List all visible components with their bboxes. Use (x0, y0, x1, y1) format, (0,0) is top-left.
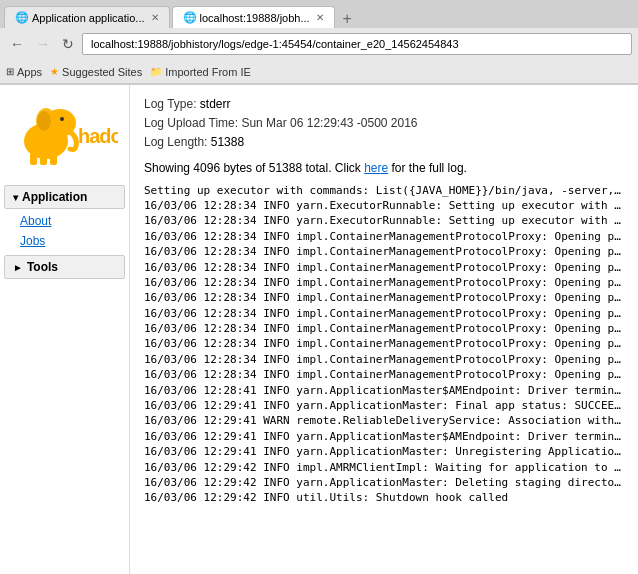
svg-text:hadoop: hadoop (78, 125, 118, 147)
log-length-row: Log Length: 51388 (144, 133, 624, 152)
log-line: 16/03/06 12:28:41 INFO yarn.ApplicationM… (144, 383, 624, 398)
sidebar-tools-label: Tools (27, 260, 58, 274)
bookmark-suggested[interactable]: ★ Suggested Sites (50, 66, 142, 78)
tab-2-label: localhost:19888/jobh... (200, 12, 310, 24)
reload-button[interactable]: ↻ (58, 34, 78, 54)
log-line: Setting up executor with commands: List(… (144, 183, 624, 198)
sidebar-link-about[interactable]: About (0, 211, 129, 231)
log-line: 16/03/06 12:28:34 INFO impl.ContainerMan… (144, 306, 624, 321)
svg-rect-5 (30, 153, 37, 165)
sidebar: hadoop ▾ Application About Jobs ► Tools (0, 85, 130, 574)
tools-arrow-icon: ► (13, 262, 23, 273)
bookmarks-bar: ⊞ Apps ★ Suggested Sites 📁 Imported From… (0, 60, 638, 84)
suggested-icon: ★ (50, 66, 59, 77)
log-line: 16/03/06 12:28:34 INFO yarn.ExecutorRunn… (144, 213, 624, 228)
log-line: 16/03/06 12:29:41 INFO yarn.ApplicationM… (144, 429, 624, 444)
log-type-label: Log Type: (144, 97, 197, 111)
sidebar-link-jobs[interactable]: Jobs (0, 231, 129, 251)
log-line: 16/03/06 12:29:41 INFO yarn.ApplicationM… (144, 444, 624, 459)
log-line: 16/03/06 12:28:34 INFO impl.ContainerMan… (144, 367, 624, 382)
sidebar-section-application: ▾ Application About Jobs (0, 185, 129, 251)
browser-chrome: 🌐 Application applicatio... ✕ 🌐 localhos… (0, 0, 638, 85)
tab-1-icon: 🌐 (15, 11, 29, 24)
log-upload-row: Log Upload Time: Sun Mar 06 12:29:43 -05… (144, 114, 624, 133)
log-line: 16/03/06 12:28:34 INFO impl.ContainerMan… (144, 352, 624, 367)
log-type-val: stderr (200, 97, 231, 111)
folder-icon: 📁 (150, 66, 162, 77)
log-type-row: Log Type: stderr (144, 95, 624, 114)
log-length-label: Log Length: (144, 135, 207, 149)
hadoop-logo: hadoop (8, 101, 118, 166)
address-input[interactable] (82, 33, 632, 55)
sidebar-application-header[interactable]: ▾ Application (4, 185, 125, 209)
main-content: Log Type: stderr Log Upload Time: Sun Ma… (130, 85, 638, 574)
log-line: 16/03/06 12:28:34 INFO impl.ContainerMan… (144, 336, 624, 351)
bookmark-imported-label: Imported From IE (165, 66, 251, 78)
bookmark-apps[interactable]: ⊞ Apps (6, 66, 42, 78)
tab-1[interactable]: 🌐 Application applicatio... ✕ (4, 6, 170, 28)
logo-area: hadoop (0, 93, 129, 177)
back-button[interactable]: ← (6, 34, 28, 54)
tab-bar: 🌐 Application applicatio... ✕ 🌐 localhos… (0, 0, 638, 28)
tab-2[interactable]: 🌐 localhost:19888/jobh... ✕ (172, 6, 335, 28)
sidebar-tools-header[interactable]: ► Tools (4, 255, 125, 279)
log-line: 16/03/06 12:28:34 INFO impl.ContainerMan… (144, 275, 624, 290)
svg-rect-6 (40, 153, 47, 165)
tab-1-label: Application applicatio... (32, 12, 145, 24)
showing-text: Showing 4096 bytes of 51388 total. Click (144, 161, 361, 175)
log-metadata: Log Type: stderr Log Upload Time: Sun Ma… (144, 95, 624, 153)
log-line: 16/03/06 12:28:34 INFO impl.ContainerMan… (144, 244, 624, 259)
bookmark-imported[interactable]: 📁 Imported From IE (150, 66, 251, 78)
svg-rect-7 (50, 153, 57, 165)
log-line: 16/03/06 12:28:34 INFO impl.ContainerMan… (144, 321, 624, 336)
log-line: 16/03/06 12:28:34 INFO impl.ContainerMan… (144, 229, 624, 244)
log-line: 16/03/06 12:28:34 INFO impl.ContainerMan… (144, 290, 624, 305)
log-length-val: 51388 (211, 135, 244, 149)
bookmark-apps-label: Apps (17, 66, 42, 78)
log-line: 16/03/06 12:29:41 WARN remote.ReliableDe… (144, 413, 624, 428)
log-upload-value: Sun Mar 06 12:29:43 -0500 2016 (241, 116, 417, 130)
sidebar-section-tools: ► Tools (0, 255, 129, 279)
log-line: 16/03/06 12:29:41 INFO yarn.ApplicationM… (144, 398, 624, 413)
sidebar-application-label: Application (22, 190, 87, 204)
log-showing-message: Showing 4096 bytes of 51388 total. Click… (144, 159, 624, 177)
forward-button[interactable]: → (32, 34, 54, 54)
apps-icon: ⊞ (6, 66, 14, 77)
page-content: hadoop ▾ Application About Jobs ► Tools … (0, 85, 638, 574)
svg-point-4 (60, 117, 64, 121)
tab-1-close[interactable]: ✕ (151, 12, 159, 23)
log-upload-label: Log Upload Time: (144, 116, 238, 130)
log-output: Setting up executor with commands: List(… (144, 183, 624, 506)
tab-2-icon: 🌐 (183, 11, 197, 24)
new-tab-button[interactable]: + (337, 10, 358, 28)
tab-2-close[interactable]: ✕ (316, 12, 324, 23)
log-line: 16/03/06 12:29:42 INFO yarn.ApplicationM… (144, 475, 624, 490)
log-line: 16/03/06 12:28:34 INFO yarn.ExecutorRunn… (144, 198, 624, 213)
svg-point-3 (37, 111, 51, 131)
application-arrow-icon: ▾ (13, 192, 18, 203)
full-log-link[interactable]: here (364, 161, 388, 175)
log-line: 16/03/06 12:29:42 INFO impl.AMRMClientIm… (144, 460, 624, 475)
bookmark-suggested-label: Suggested Sites (62, 66, 142, 78)
log-line: 16/03/06 12:28:34 INFO impl.ContainerMan… (144, 260, 624, 275)
address-bar-row: ← → ↻ (0, 28, 638, 60)
log-line: 16/03/06 12:29:42 INFO util.Utils: Shutd… (144, 490, 624, 505)
